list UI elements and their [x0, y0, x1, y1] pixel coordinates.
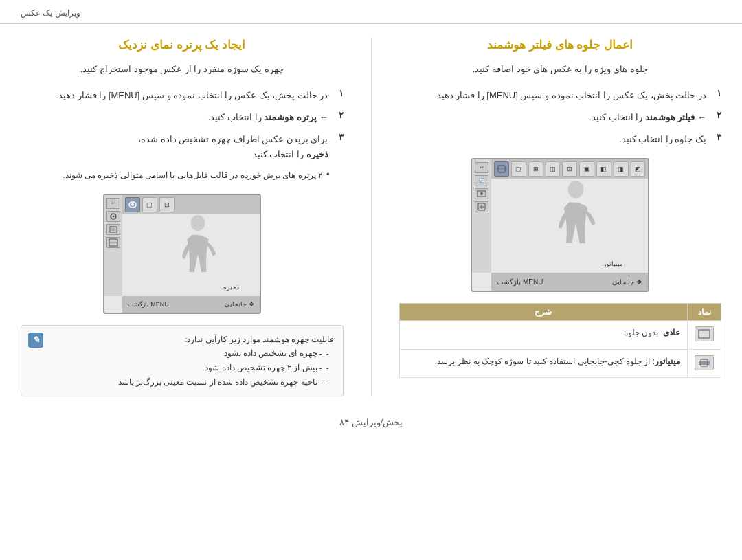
cam-vert-icons: ↩ 🔄: [472, 159, 491, 273]
left-section-subtitle: جلوه های ویژه را به عکس های خود اضافه کن…: [399, 62, 722, 77]
info-content: قابلیت چهره هوشمند موارد زیر کارآیی ندار…: [50, 333, 335, 390]
footer-page-num: پخش/ویرایش ٨۴: [339, 417, 403, 427]
miniature-label: مینیاتور: [603, 260, 623, 267]
left-step-2-text: ← فیلتر هوشمند را انتخاب کنید.: [589, 110, 706, 125]
left-step-1-num: ١: [710, 88, 721, 98]
cam-nav-label: ❖ جابجایی: [612, 278, 642, 286]
right-step-3: ٣ برای بریدن عکس اطراف چهره تشخیص داده ش…: [21, 132, 344, 162]
svg-rect-5: [496, 168, 507, 170]
info-bullet-2: - - بیش از ۲ چهره تشخیص داده شود: [50, 361, 329, 375]
left-section-title: اعمال جلوه های فیلتر هوشمند: [399, 38, 722, 52]
right-step-2-num: ٢: [333, 110, 344, 120]
miniature-icon: [695, 355, 714, 370]
save-label: ذخیره: [223, 284, 239, 291]
normal-icon: [695, 326, 714, 341]
info-bullet-1: - - چهره ای تشخیص داده نشود: [50, 346, 329, 361]
svg-rect-15: [111, 228, 115, 231]
table-header-icon: نماد: [688, 304, 721, 321]
cam-right-vert-icons: ↩: [104, 195, 122, 296]
svg-rect-9: [700, 331, 708, 337]
left-step-2-num: ٢: [710, 110, 721, 120]
cam-icon-miniature: [494, 161, 509, 177]
cam-icon-4: ◫: [546, 161, 561, 177]
cam-right-menu: MENU بازگشت: [128, 301, 169, 308]
right-section-title: ایجاد یک پرتره نمای نزدیک: [21, 38, 344, 52]
right-sub-bullet-text: ٢ پرتره های برش خورده در قالب فایل‌هایی …: [63, 169, 322, 182]
right-column: ایجاد یک پرتره نمای نزدیک چهره یک سوژه م…: [21, 38, 344, 396]
cam-right-toolbar-top: ▢ ⊡: [122, 195, 260, 214]
page-container: ویرایش یک عکس اعمال جلوه های فیلتر هوشمن…: [0, 0, 742, 560]
cam-menu-label: MENU بازگشت: [497, 278, 543, 286]
table-desc-miniature: مینیاتور: از جلوه کجی-جابجایی استفاده کن…: [399, 349, 688, 377]
svg-point-19: [131, 203, 134, 206]
cam-right-toolbar-bottom: ❖ جابجایی MENU بازگشت: [122, 296, 260, 313]
cam-icon-3: ⊞: [528, 161, 543, 177]
table-desc-normal: عادی: بدون جلوه: [399, 321, 688, 349]
right-step-2: ٢ ← پرتره هوشمند را انتخاب کنید.: [21, 110, 344, 125]
page-footer: پخش/ویرایش ٨۴: [0, 410, 742, 434]
left-step-3-num: ٣: [710, 132, 721, 142]
info-line-0: قابلیت چهره هوشمند موارد زیر کارآیی ندار…: [50, 333, 335, 347]
svg-point-7: [568, 181, 584, 199]
rv-icon-1: ↩: [106, 198, 120, 209]
cam-right-icon-selected: [125, 197, 140, 212]
v-icon-3: [475, 188, 488, 199]
info-box: ✎ قابلیت چهره هوشمند موارد زیر کارآیی ند…: [21, 325, 344, 397]
cam-toolbar-bottom: ❖ جابجایی MENU بازگشت: [491, 273, 648, 291]
main-content: اعمال جلوه های فیلتر هوشمند جلوه های ویژ…: [0, 24, 742, 410]
svg-point-1: [480, 192, 483, 195]
left-step-2: ٢ ← فیلتر هوشمند را انتخاب کنید.: [399, 110, 722, 125]
camera-screen-left: ↩ 🔄: [471, 158, 649, 292]
person-silhouette-right: [170, 214, 225, 287]
right-step-1-text: در حالت پخش، یک عکس را انتخاب نموده و سپ…: [56, 88, 328, 103]
table-icon-miniature: [688, 349, 721, 377]
col-divider: [371, 38, 372, 396]
cam-icon-5: ⊡: [562, 161, 577, 177]
right-step-1: ١ در حالت پخش، یک عکس را انتخاب نموده و …: [21, 88, 344, 103]
svg-point-13: [112, 215, 114, 217]
table-header-desc: شرح: [399, 304, 688, 321]
rv-icon-4: [106, 237, 120, 248]
cam-right-nav: ❖ جابجایی: [225, 301, 254, 308]
info-icon: ✎: [28, 333, 43, 348]
cam-icon-6: ▣: [579, 161, 594, 177]
cam-icon-7: ◧: [596, 161, 611, 177]
cam-icon-8: ◨: [614, 161, 629, 177]
right-step-3-num: ٣: [333, 132, 344, 142]
left-step-1: ١ در حالت پخش، یک عکس را انتخاب نموده و …: [399, 88, 722, 103]
right-sub-bullet: • ٢ پرتره های برش خورده در قالب فایل‌های…: [21, 169, 330, 182]
cam-icon-9: ◩: [631, 161, 646, 177]
table-row-normal: عادی: بدون جلوه: [399, 321, 721, 349]
page-header-title: ویرایش یک عکس: [21, 8, 80, 18]
v-icon-2: 🔄: [475, 175, 488, 186]
cam-right-icon-3: ⊡: [159, 197, 175, 212]
cam-icon-2: ▢: [511, 161, 526, 177]
right-section-subtitle: چهره یک سوژه منفرد را از عکس موجود استخر…: [21, 62, 344, 77]
right-step-3-text: برای بریدن عکس اطراف چهره تشخیص داده شده…: [138, 132, 328, 162]
feature-table: نماد شرح: [399, 303, 722, 377]
left-column: اعمال جلوه های فیلتر هوشمند جلوه های ویژ…: [399, 38, 722, 396]
right-step-2-text: ← پرتره هوشمند را انتخاب کنید.: [208, 110, 328, 125]
left-step-1-text: در حالت پخش، یک عکس را انتخاب نموده و سپ…: [434, 88, 706, 103]
page-header: ویرایش یک عکس: [0, 0, 742, 24]
table-icon-normal: [688, 321, 721, 349]
rv-icon-3: [106, 224, 120, 235]
svg-point-20: [190, 215, 205, 231]
cam-toolbar-top: ▢ ⊞ ◫ ⊡ ▣ ◧ ◨ ◩: [491, 159, 648, 179]
rv-icon-2: [106, 211, 120, 222]
info-bullet-3: - - ناحیه چهره تشخیص داده شده از نسبت مع…: [50, 375, 329, 390]
v-icon-1: ↩: [475, 162, 488, 173]
left-step-3: ٣ یک جلوه را انتخاب کنید.: [399, 132, 722, 147]
table-row-miniature: مینیاتور: از جلوه کجی-جابجایی استفاده کن…: [399, 349, 721, 377]
person-silhouette-left: [545, 180, 607, 259]
camera-screen-right: ↩: [103, 194, 261, 314]
cam-right-icon-2: ▢: [142, 197, 157, 212]
left-step-3-text: یک جلوه را انتخاب کنید.: [619, 132, 706, 147]
v-icon-4: [475, 201, 488, 212]
right-step-1-num: ١: [333, 88, 344, 98]
svg-rect-10: [699, 361, 710, 365]
